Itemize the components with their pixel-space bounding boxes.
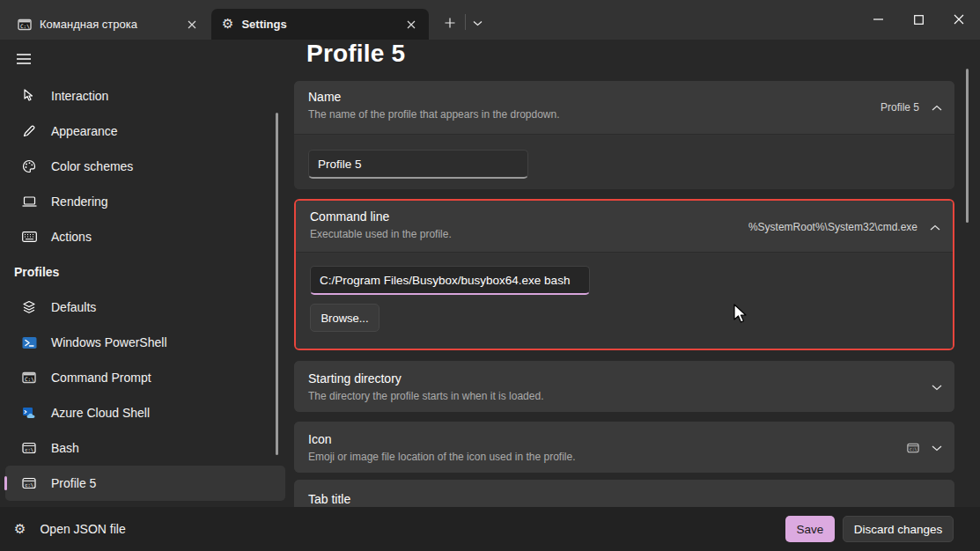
svg-text:C:\: C:\ [25, 376, 34, 382]
layers-icon [20, 300, 38, 314]
sidebar-scrollbar[interactable] [276, 113, 278, 455]
close-tab-icon[interactable] [404, 18, 418, 32]
icon-expander-header[interactable]: Icon Emoji or image file location of the… [294, 422, 954, 473]
tab-command-prompt[interactable]: C:\ Командная строка [7, 9, 210, 40]
section-current-value: Profile 5 [881, 101, 919, 114]
page-title: Profile 5 [306, 40, 405, 68]
cmd-window-icon: C:\ [20, 371, 38, 385]
section-description: Executable used in the profile. [310, 228, 452, 240]
name-expander-body [294, 134, 954, 189]
svg-text:C:\: C:\ [20, 22, 30, 28]
sidebar-item-label: Profile 5 [51, 476, 96, 490]
laptop-icon [20, 195, 38, 208]
sidebar-item-label: Interaction [51, 89, 108, 103]
chevron-down-icon [932, 445, 942, 452]
pen-icon [20, 124, 38, 138]
console-window-icon: c:\ [20, 441, 38, 455]
chevron-down-icon [932, 385, 942, 391]
sidebar-item-windows-powershell[interactable]: Windows PowerShell [5, 325, 285, 360]
sidebar-item-label: Rendering [51, 195, 108, 209]
palette-icon [20, 159, 38, 173]
icon-section: Icon Emoji or image file location of the… [294, 422, 954, 473]
gear-icon: ⚙ [222, 18, 233, 31]
save-button[interactable]: Save [785, 516, 835, 542]
section-title: Starting directory [308, 371, 402, 386]
tab-title-section: Tab title [294, 480, 954, 507]
discard-changes-button[interactable]: Discard changes [843, 516, 954, 542]
tab-label: Командная строка [40, 18, 177, 31]
sidebar-item-label: Color schemes [51, 159, 133, 173]
section-description: Emoji or image file location of the icon… [308, 451, 576, 463]
sidebar-item-label: Actions [51, 230, 92, 244]
section-title: Name [308, 90, 341, 104]
gear-icon: ⚙ [14, 523, 26, 536]
name-input[interactable] [308, 150, 528, 179]
svg-text:c:\: c:\ [910, 447, 917, 452]
sidebar-item-label: Azure Cloud Shell [51, 406, 150, 420]
settings-sidebar: Interaction Appearance Color schemes Ren… [0, 40, 291, 507]
starting-directory-expander-header[interactable]: Starting directory The directory the pro… [294, 361, 954, 412]
minimize-button[interactable] [858, 0, 898, 39]
new-tab-button[interactable] [438, 11, 462, 35]
sidebar-item-appearance[interactable]: Appearance [5, 114, 285, 149]
close-tab-icon[interactable] [185, 18, 199, 32]
sidebar-item-defaults[interactable]: Defaults [5, 290, 285, 325]
tab-label: Settings [241, 18, 396, 31]
sidebar-item-actions[interactable]: Actions [5, 219, 285, 254]
chevron-up-icon [930, 224, 940, 231]
sidebar-item-label: Bash [51, 441, 79, 455]
command-line-input[interactable] [310, 266, 590, 295]
main-scrollbar[interactable] [966, 69, 969, 223]
profile-icon-preview: c:\ [907, 442, 919, 454]
command-line-section: Command line Executable used in the prof… [294, 199, 954, 350]
azure-cloud-icon [20, 407, 38, 419]
mouse-cursor-icon [20, 89, 38, 103]
svg-text:c:\: c:\ [25, 482, 33, 488]
name-expander-header[interactable]: Name The name of the profile that appear… [294, 81, 954, 134]
keyboard-icon [20, 231, 38, 242]
cmd-window-icon: C:\ [18, 18, 32, 32]
section-description: The directory the profile starts in when… [308, 390, 543, 402]
tab-settings[interactable]: ⚙ Settings [211, 9, 429, 40]
close-window-button[interactable] [939, 0, 979, 39]
svg-text:c:\: c:\ [25, 447, 33, 452]
tab-title-expander-header[interactable]: Tab title [294, 480, 954, 507]
powershell-icon [20, 336, 38, 349]
open-json-file-button[interactable]: ⚙ Open JSON file [14, 517, 126, 541]
settings-main-panel: Profile 5 Name The name of the profile t… [291, 40, 980, 507]
sidebar-item-command-prompt[interactable]: C:\ Command Prompt [5, 360, 285, 395]
command-line-expander-body: Browse... [296, 252, 953, 349]
starting-directory-section: Starting directory The directory the pro… [294, 361, 954, 412]
command-line-expander-header[interactable]: Command line Executable used in the prof… [296, 201, 953, 252]
section-description: The name of the profile that appears in … [308, 108, 560, 121]
console-window-icon: c:\ [20, 476, 38, 490]
sidebar-item-azure-cloud-shell[interactable]: Azure Cloud Shell [5, 395, 285, 430]
browse-button[interactable]: Browse... [310, 304, 379, 332]
profiles-section-header: Profiles [0, 254, 291, 290]
sidebar-item-label: Windows PowerShell [51, 335, 167, 349]
sidebar-item-profile-5[interactable]: c:\ Profile 5 [5, 466, 285, 501]
tabbar-divider [465, 14, 466, 30]
chevron-up-icon [932, 105, 942, 111]
section-title: Tab title [308, 492, 350, 506]
sidebar-item-rendering[interactable]: Rendering [5, 184, 285, 219]
name-section: Name The name of the profile that appear… [294, 81, 954, 189]
titlebar: C:\ Командная строка ⚙ Settings [0, 0, 980, 40]
tab-dropdown-button[interactable] [467, 11, 488, 35]
sidebar-item-interaction[interactable]: Interaction [5, 78, 285, 114]
section-current-value: %SystemRoot%\System32\cmd.exe [748, 221, 917, 233]
sidebar-item-label: Command Prompt [51, 371, 151, 385]
section-title: Command line [310, 209, 389, 224]
footer-bar: ⚙ Open JSON file Save Discard changes [0, 507, 980, 551]
hamburger-menu-icon[interactable] [12, 48, 35, 70]
sidebar-item-color-schemes[interactable]: Color schemes [5, 149, 285, 184]
open-json-label: Open JSON file [40, 522, 125, 536]
section-title: Icon [308, 432, 331, 446]
sidebar-item-label: Appearance [51, 124, 118, 138]
sidebar-item-label: Defaults [51, 300, 96, 314]
sidebar-item-bash[interactable]: c:\ Bash [5, 430, 285, 466]
maximize-button[interactable] [898, 0, 939, 39]
